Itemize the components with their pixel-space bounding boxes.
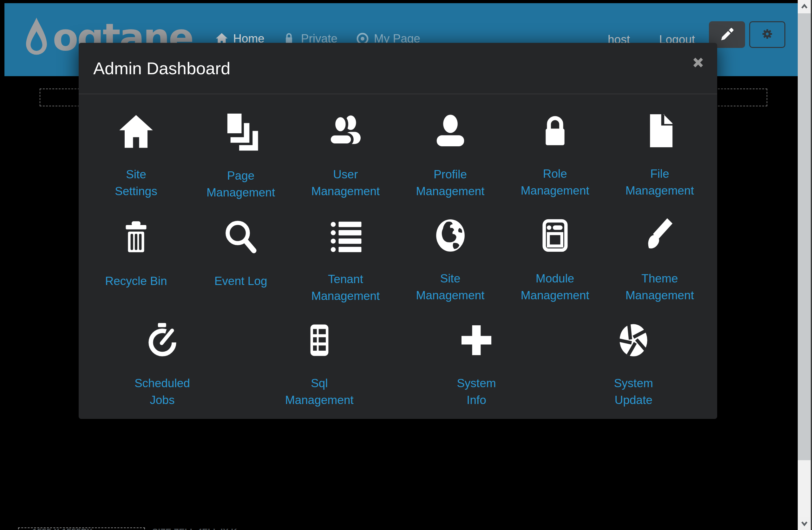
person-icon	[431, 112, 469, 150]
file-icon	[641, 112, 679, 149]
tile-label: SiteSettings	[115, 166, 157, 200]
tile-label: SystemUpdate	[614, 375, 653, 409]
water-drop-icon	[25, 16, 48, 57]
lock-icon	[537, 112, 573, 149]
tile-label: ThemeManagement	[625, 270, 694, 304]
timer-icon	[144, 321, 181, 359]
modal-title: Admin Dashboard	[93, 43, 230, 94]
tile-label: Event Log	[214, 273, 267, 289]
tile-row-3: ScheduledJobs SqlManagement	[84, 304, 712, 409]
tile-label: TenantManagement	[311, 271, 380, 304]
tile-tenant-management[interactable]: TenantManagement	[293, 199, 398, 304]
window-edge	[811, 0, 812, 530]
admin-dashboard-modal: Admin Dashboard SiteSettings	[79, 43, 717, 419]
tile-site-management[interactable]: SiteManagement	[398, 199, 503, 304]
modal-header: Admin Dashboard	[79, 43, 717, 94]
tile-scheduled-jobs[interactable]: ScheduledJobs	[84, 304, 241, 409]
search-icon	[222, 217, 259, 257]
scroll-up-button[interactable]	[798, 0, 811, 13]
tile-label: PageManagement	[206, 167, 275, 201]
tile-page-management[interactable]: PageManagement	[188, 94, 293, 199]
window-icon	[536, 217, 574, 254]
plus-icon	[459, 321, 494, 359]
tile-label: SqlManagement	[285, 375, 354, 409]
tile-theme-management[interactable]: ThemeManagement	[607, 199, 712, 304]
pages-icon	[221, 112, 260, 152]
tile-row-1: SiteSettings PageManagement	[84, 94, 712, 199]
trash-icon	[118, 217, 155, 257]
scroll-down-button[interactable]	[798, 517, 811, 530]
tile-sql-management[interactable]: SqlManagement	[241, 304, 398, 409]
close-icon	[692, 56, 705, 69]
tile-label: SystemInfo	[457, 375, 496, 409]
tile-user-management[interactable]: UserManagement	[293, 94, 398, 199]
tile-role-management[interactable]: RoleManagement	[503, 94, 607, 199]
globe-icon	[432, 217, 469, 254]
vertical-scrollbar[interactable]	[798, 0, 811, 530]
tile-system-update[interactable]: SystemUpdate	[555, 304, 712, 409]
brush-icon	[641, 217, 679, 254]
tile-event-log[interactable]: Event Log	[188, 199, 293, 304]
tile-site-settings[interactable]: SiteSettings	[84, 94, 188, 199]
chevron-down-icon	[799, 518, 810, 529]
tile-label: RoleManagement	[521, 165, 589, 199]
home-icon	[117, 112, 155, 150]
scrollbar-thumb[interactable]	[798, 13, 811, 460]
clipped-text-fragment: SIZE ZELL 4ELL IX K	[152, 527, 237, 530]
users-icon	[327, 112, 364, 150]
tile-label: ProfileManagement	[416, 166, 485, 200]
clipped-text-fragment: 1555 X 1555PX	[32, 527, 92, 530]
pencil-icon	[719, 26, 735, 43]
tile-module-management[interactable]: ModuleManagement	[503, 199, 607, 304]
close-button[interactable]	[691, 56, 705, 70]
settings-button[interactable]	[749, 21, 785, 48]
grid-icon	[301, 321, 338, 359]
tile-file-management[interactable]: FileManagement	[607, 94, 712, 199]
tile-label: UserManagement	[311, 166, 380, 200]
tile-row-2: Recycle Bin Event Log	[84, 199, 712, 304]
tile-label: Recycle Bin	[105, 273, 167, 289]
admin-tiles: SiteSettings PageManagement	[79, 94, 717, 409]
tile-label: FileManagement	[625, 165, 694, 199]
tile-label: ModuleManagement	[521, 270, 589, 304]
gear-icon	[758, 25, 776, 44]
aperture-icon	[615, 321, 652, 359]
tile-label: ScheduledJobs	[134, 375, 190, 409]
list-icon	[327, 217, 364, 255]
tile-recycle-bin[interactable]: Recycle Bin	[84, 199, 188, 304]
tile-profile-management[interactable]: ProfileManagement	[398, 94, 503, 199]
chevron-up-icon	[799, 1, 810, 12]
tile-system-info[interactable]: SystemInfo	[398, 304, 555, 409]
tile-label: SiteManagement	[416, 270, 485, 304]
